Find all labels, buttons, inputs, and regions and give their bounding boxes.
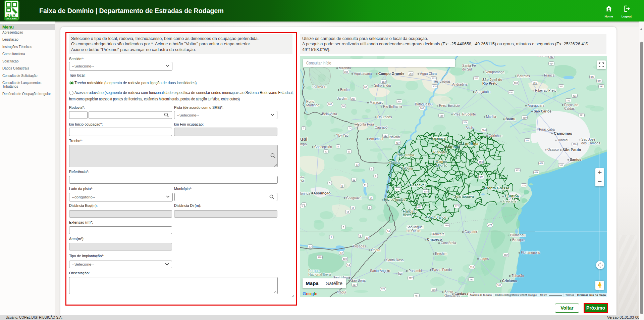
svg-text:Porto: Porto	[306, 100, 314, 103]
svg-text:18: 18	[346, 211, 349, 213]
svg-text:369: 369	[523, 117, 527, 119]
svg-text:1: 1	[331, 236, 332, 238]
svg-text:Campinas: Campinas	[554, 131, 572, 135]
svg-text:Posadas: Posadas	[353, 244, 366, 248]
svg-text:6: 6	[369, 207, 370, 209]
svg-text:3: 3	[371, 168, 372, 170]
svg-text:Erechim: Erechim	[435, 252, 447, 256]
svg-text:Marília: Marília	[486, 115, 496, 119]
svg-text:Navirai: Navirai	[389, 135, 400, 139]
svg-text:Palotina: Palotina	[401, 167, 413, 170]
svg-text:116: 116	[470, 266, 474, 268]
svg-text:Mourão: Mourão	[436, 164, 447, 167]
svg-text:São Miguel: São Miguel	[407, 225, 423, 229]
svg-text:374: 374	[463, 121, 467, 124]
svg-text:Dourados: Dourados	[377, 115, 392, 119]
svg-text:377: 377	[381, 288, 385, 290]
svg-text:101: 101	[497, 284, 501, 286]
svg-text:Paranavaí: Paranavaí	[431, 137, 446, 140]
svg-text:153: 153	[479, 161, 483, 163]
svg-text:uai: uai	[300, 136, 308, 142]
svg-text:Murtinho: Murtinho	[306, 103, 319, 107]
svg-text:do Oeste: do Oeste	[407, 229, 420, 233]
svg-text:Maringá: Maringá	[446, 145, 460, 149]
svg-text:8: 8	[337, 145, 339, 148]
svg-text:Panambi: Panambi	[409, 269, 422, 273]
svg-text:Poços de: Poços de	[564, 103, 578, 107]
svg-text:Curitiba: Curitiba	[505, 194, 519, 198]
svg-text:Votuporanga: Votuporanga	[485, 70, 504, 74]
svg-text:3: 3	[329, 182, 330, 184]
svg-text:478: 478	[534, 171, 538, 174]
svg-text:12: 12	[340, 252, 343, 254]
svg-text:6: 6	[360, 235, 361, 237]
svg-text:Água Clara: Água Clara	[420, 72, 437, 76]
svg-text:Londrina: Londrina	[463, 142, 479, 146]
svg-text:Campo Grande: Campo Grande	[378, 72, 404, 76]
svg-text:5: 5	[303, 127, 304, 130]
svg-text:Rio Brilhante: Rio Brilhante	[383, 105, 402, 108]
svg-text:491: 491	[573, 95, 577, 97]
svg-text:280: 280	[445, 224, 449, 227]
svg-text:Aquidauana: Aquidauana	[354, 72, 372, 76]
svg-text:Yby Yaú: Yby Yaú	[336, 134, 348, 137]
svg-text:Araraquara: Araraquara	[528, 104, 544, 107]
svg-text:Concórdia: Concórdia	[441, 241, 456, 245]
svg-text:285: 285	[469, 278, 473, 281]
svg-text:Ourinhos: Ourinhos	[489, 134, 502, 138]
svg-text:Caldas: Caldas	[564, 107, 575, 110]
svg-text:Pres. Epitácio: Pres. Epitácio	[439, 104, 460, 107]
svg-text:São José: São José	[581, 138, 595, 141]
svg-text:Cascavel: Cascavel	[410, 183, 426, 187]
svg-text:381: 381	[580, 114, 584, 117]
svg-text:477: 477	[488, 224, 492, 226]
svg-text:10: 10	[352, 207, 354, 209]
svg-text:Beltrão: Beltrão	[403, 213, 414, 217]
svg-text:277: 277	[396, 188, 400, 191]
svg-text:262: 262	[474, 77, 478, 80]
svg-text:478: 478	[539, 162, 543, 165]
svg-text:277: 277	[455, 205, 459, 208]
svg-text:Brusque: Brusque	[512, 238, 525, 242]
svg-text:Piracicaba: Piracicaba	[539, 128, 555, 131]
svg-text:7: 7	[375, 175, 376, 177]
svg-text:158: 158	[424, 190, 428, 193]
svg-text:lorinda: lorinda	[300, 192, 310, 195]
svg-text:265: 265	[559, 85, 563, 88]
svg-text:163: 163	[383, 135, 387, 137]
svg-text:Santa Rosa: Santa Rosa	[386, 258, 404, 262]
svg-text:262: 262	[432, 77, 436, 80]
svg-text:Barretos: Barretos	[517, 74, 530, 78]
svg-text:Xanxerê: Xanxerê	[432, 232, 445, 236]
svg-text:Ribeirão Preto: Ribeirão Preto	[535, 89, 556, 92]
svg-text:116: 116	[522, 184, 526, 187]
svg-text:267: 267	[397, 100, 401, 103]
svg-text:381: 381	[599, 85, 603, 88]
svg-text:265: 265	[514, 82, 518, 84]
svg-text:5: 5	[349, 127, 351, 130]
svg-text:Oberá: Oberá	[371, 248, 380, 252]
svg-text:Caaguazú: Caaguazú	[346, 196, 362, 200]
svg-text:Rio Preto: Rio Preto	[482, 82, 497, 85]
svg-text:do Sul: do Sul	[462, 67, 472, 71]
svg-text:Maracaju: Maracaju	[370, 101, 383, 104]
svg-text:Blumenau: Blumenau	[510, 233, 525, 237]
svg-text:5: 5	[302, 205, 303, 208]
svg-text:2: 2	[370, 197, 372, 199]
svg-text:14: 14	[387, 230, 390, 232]
svg-text:282: 282	[504, 254, 508, 256]
svg-text:050: 050	[533, 82, 537, 84]
svg-text:262: 262	[344, 71, 348, 73]
svg-text:Caçador: Caçador	[465, 230, 477, 234]
svg-text:118: 118	[318, 256, 321, 259]
svg-text:Bauru: Bauru	[505, 117, 515, 121]
svg-text:Nacional Iberá: Nacional Iberá	[308, 272, 331, 276]
svg-text:21: 21	[364, 184, 367, 186]
svg-text:Sidrolândia: Sidrolândia	[374, 84, 391, 87]
svg-text:14: 14	[347, 264, 350, 266]
svg-text:374: 374	[482, 129, 486, 131]
svg-text:8: 8	[341, 185, 343, 187]
svg-text:Itaqui: Itaqui	[338, 290, 346, 294]
svg-text:476: 476	[417, 206, 421, 209]
svg-text:456: 456	[509, 91, 513, 94]
